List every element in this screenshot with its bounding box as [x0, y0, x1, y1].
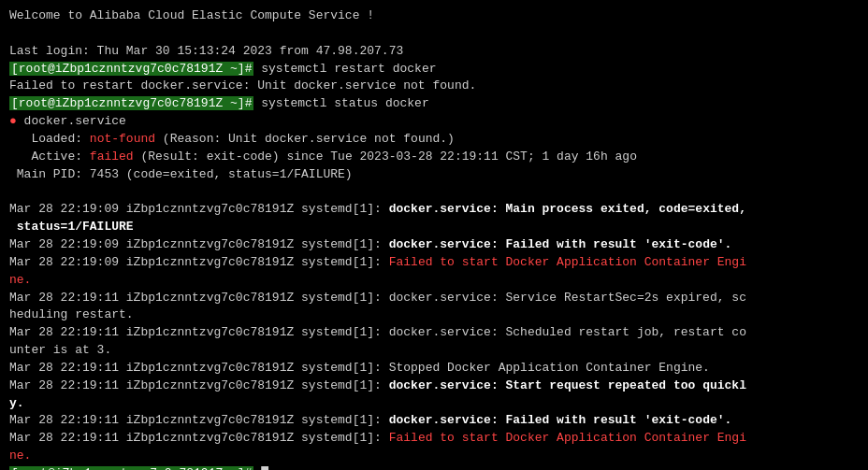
- log-msg-1: docker.service: Main process exited, cod…: [389, 202, 746, 216]
- cmd2-line: [root@iZbp1cznntzvg7c0c78191Z ~]# system…: [9, 95, 859, 113]
- log-line-2: Mar 28 22:19:09 iZbp1cznntzvg7c0c78191Z …: [9, 236, 859, 254]
- prompt-3: [root@iZbp1cznntzvg7c0c78191Z ~]#: [9, 466, 253, 470]
- welcome-line: Welcome to Alibaba Cloud Elastic Compute…: [9, 7, 859, 25]
- log-line-1: Mar 28 22:19:09 iZbp1cznntzvg7c0c78191Z …: [9, 201, 859, 219]
- docker-service-line: ● docker.service: [9, 113, 859, 131]
- log-msg-3: Failed to start Docker Application Conta…: [389, 255, 746, 269]
- log-line-1b: status=1/FAILURE: [9, 219, 859, 236]
- log-line-5b: unter is at 3.: [9, 342, 859, 360]
- cmd1-text: systemctl restart docker: [253, 62, 436, 76]
- log-line-3b: ne.: [9, 272, 859, 290]
- log-msg-9: Failed to start Docker Application Conta…: [389, 431, 746, 445]
- prompt-2: [root@iZbp1cznntzvg7c0c78191Z ~]#: [9, 96, 253, 110]
- log-line-4: Mar 28 22:19:11 iZbp1cznntzvg7c0c78191Z …: [9, 290, 859, 307]
- cmd1-line: [root@iZbp1cznntzvg7c0c78191Z ~]# system…: [9, 61, 859, 78]
- log-line-4b: heduling restart.: [9, 306, 859, 324]
- log-msg-9b: ne.: [9, 449, 31, 463]
- log-line-3: Mar 28 22:19:09 iZbp1cznntzvg7c0c78191Z …: [9, 254, 859, 272]
- log-line-7: Mar 28 22:19:11 iZbp1cznntzvg7c0c78191Z …: [9, 377, 859, 395]
- cursor: █: [253, 466, 268, 470]
- active-line: Active: failed (Result: exit-code) since…: [9, 149, 859, 166]
- loaded-line: Loaded: not-found (Reason: Unit docker.s…: [9, 131, 859, 149]
- log-msg-2: docker.service: Failed with result 'exit…: [389, 237, 732, 251]
- log-msg-1b: status=1/FAILURE: [9, 220, 134, 234]
- log-line-6: Mar 28 22:19:11 iZbp1cznntzvg7c0c78191Z …: [9, 360, 859, 377]
- bullet-icon: ●: [9, 114, 17, 128]
- cmd3-line[interactable]: [root@iZbp1cznntzvg7c0c78191Z ~]# █: [9, 465, 859, 470]
- log-line-9b: ne.: [9, 448, 859, 465]
- blank-line-1: [9, 25, 859, 43]
- log-msg-7: docker.service: Start request repeated t…: [389, 378, 746, 392]
- cmd2-text: systemctl status docker: [253, 96, 428, 110]
- mainpid-line: Main PID: 7453 (code=exited, status=1/FA…: [9, 166, 859, 184]
- prompt-1: [root@iZbp1cznntzvg7c0c78191Z ~]#: [9, 62, 253, 76]
- log-msg-3b: ne.: [9, 273, 31, 287]
- active-status: failed: [90, 150, 134, 164]
- log-line-9: Mar 28 22:19:11 iZbp1cznntzvg7c0c78191Z …: [9, 430, 859, 448]
- log-msg-8: docker.service: Failed with result 'exit…: [389, 413, 732, 427]
- log-line-8: Mar 28 22:19:11 iZbp1cznntzvg7c0c78191Z …: [9, 412, 859, 430]
- loaded-status: not-found: [90, 132, 155, 146]
- log-line-7b: y.: [9, 395, 859, 413]
- terminal: Welcome to Alibaba Cloud Elastic Compute…: [9, 7, 859, 470]
- blank-line-2: [9, 183, 859, 201]
- log-line-5: Mar 28 22:19:11 iZbp1cznntzvg7c0c78191Z …: [9, 324, 859, 342]
- last-login-line: Last login: Thu Mar 30 15:13:24 2023 fro…: [9, 43, 859, 61]
- cmd1-output: Failed to restart docker.service: Unit d…: [9, 78, 859, 95]
- log-msg-7b: y.: [9, 396, 24, 410]
